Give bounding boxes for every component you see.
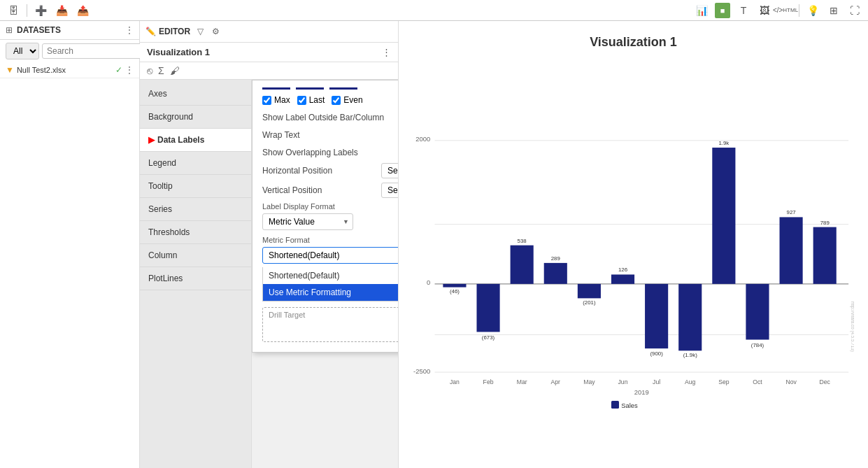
- chart-title: Visualization 1: [413, 35, 854, 50]
- panel-content-area: × Max L: [252, 80, 398, 468]
- svg-text:0: 0: [427, 278, 430, 286]
- editor-tab[interactable]: ✏️ EDITOR: [145, 27, 190, 36]
- datasets-more-icon[interactable]: ⋮: [125, 25, 134, 35]
- svg-text:May: May: [583, 378, 595, 385]
- svg-rect-17: [578, 284, 601, 299]
- metric-format-section-label: Metric Format: [262, 236, 398, 244]
- svg-text:Jan: Jan: [450, 378, 460, 385]
- drill-target-label: Drill Target: [269, 311, 305, 319]
- last-checkbox[interactable]: [297, 96, 306, 105]
- main-layout: ⊞ DATASETS ⋮ All 🔍 ▼ Null Test2.xlsx ✓ ⋮…: [0, 21, 868, 468]
- datasets-header: ⊞ DATASETS ⋮: [0, 21, 139, 40]
- svg-text:Feb: Feb: [483, 378, 494, 385]
- formula-icon[interactable]: ⎋: [147, 65, 152, 76]
- nav-item-legend[interactable]: Legend: [140, 152, 251, 175]
- color-lines: [262, 87, 398, 90]
- chart-area: Visualization 1 2000 0 -2500 (46) (673) …: [399, 21, 868, 468]
- nav-item-thresholds[interactable]: Thresholds: [140, 221, 251, 244]
- nav-item-series[interactable]: Series: [140, 198, 251, 221]
- checkboxes-row: Max Last Even: [262, 95, 398, 105]
- viz-sub-tools: ⎋ Σ 🖌: [140, 62, 398, 80]
- vertical-position-select[interactable]: Select: [381, 183, 398, 198]
- sigma-icon[interactable]: Σ: [158, 65, 164, 76]
- nav-item-tooltip[interactable]: Tooltip: [140, 175, 251, 198]
- drill-target: Drill Target: [262, 307, 398, 342]
- label-display-format-row: Metric Value: [262, 213, 398, 230]
- expand-icon[interactable]: ▼: [6, 65, 14, 75]
- even-checkbox-label[interactable]: Even: [332, 95, 362, 105]
- show-overlapping-label: Show Overlapping Labels: [262, 148, 358, 157]
- max-checkbox-label[interactable]: Max: [262, 95, 290, 105]
- metric-format-select[interactable]: Shortened(Default): [262, 247, 398, 264]
- database-icon[interactable]: 🗄: [6, 3, 21, 18]
- nav-item-plotlines[interactable]: PlotLines: [140, 267, 251, 290]
- color-line-1: [262, 87, 290, 90]
- svg-rect-29: [780, 217, 803, 283]
- svg-text:(900): (900): [650, 350, 663, 357]
- table-icon[interactable]: ■: [715, 3, 730, 18]
- text-icon[interactable]: T: [736, 3, 751, 18]
- svg-text:(1.9k): (1.9k): [683, 352, 698, 358]
- expand-icon[interactable]: ⛶: [847, 3, 862, 18]
- svg-rect-9: [443, 284, 466, 288]
- label-display-select[interactable]: Metric Value: [262, 213, 353, 230]
- svg-rect-31: [813, 227, 837, 284]
- chart-svg: 2000 0 -2500 (46) (673) 538 289: [413, 61, 854, 454]
- editor-header: ✏️ EDITOR ▽ ⚙: [140, 21, 398, 43]
- chart-icon[interactable]: 📊: [694, 3, 709, 18]
- svg-text:-2500: -2500: [413, 367, 430, 375]
- add-icon[interactable]: ➕: [33, 3, 48, 18]
- filter-icon[interactable]: ▽: [194, 25, 206, 38]
- wrap-text-label: Wrap Text: [262, 130, 300, 140]
- svg-text:2019: 2019: [634, 388, 649, 396]
- dropdown-item-shortened[interactable]: Shortened(Default): [263, 267, 398, 284]
- image-icon[interactable]: 🖼: [757, 3, 772, 18]
- html-icon[interactable]: </>HTML: [778, 3, 793, 18]
- svg-rect-23: [678, 284, 702, 350]
- svg-text:Sales: Sales: [621, 402, 638, 409]
- brush-icon[interactable]: 🖌: [170, 65, 180, 76]
- horizontal-position-select-wrapper: Select: [381, 163, 398, 178]
- last-checkbox-label[interactable]: Last: [297, 95, 325, 105]
- nav-item-background[interactable]: Background: [140, 106, 251, 129]
- dropdown-item-metric[interactable]: Use Metric Formatting: [263, 284, 398, 301]
- nav-item-column[interactable]: Column: [140, 244, 251, 267]
- vertical-position-select-wrapper: Select: [381, 183, 398, 198]
- svg-text:538: 538: [518, 238, 527, 244]
- svg-rect-25: [712, 148, 735, 284]
- svg-rect-46: [611, 401, 619, 409]
- viz-name-row: Visualization 1 ⋮: [140, 43, 398, 62]
- svg-text:Sep: Sep: [718, 378, 730, 385]
- horizontal-position-select[interactable]: Select: [381, 163, 398, 178]
- arrow-indicator: ▶: [148, 135, 155, 145]
- export-icon[interactable]: 📤: [75, 3, 90, 18]
- floating-panel: × Max L: [252, 80, 398, 353]
- settings-icon[interactable]: ⚙: [209, 25, 222, 38]
- viz-more-icon[interactable]: ⋮: [382, 47, 391, 57]
- dataset-more-icon[interactable]: ⋮: [125, 65, 134, 75]
- color-line-2: [296, 87, 324, 90]
- svg-text:Dec: Dec: [819, 378, 830, 385]
- metric-format-dropdown-list: Shortened(Default) Use Metric Formatting: [262, 267, 398, 302]
- even-checkbox[interactable]: [332, 96, 341, 105]
- svg-text:(673): (673): [482, 334, 495, 341]
- datasets-title: DATASETS: [17, 25, 61, 35]
- show-label-outside-label: Show Label Outside Bar/Column: [262, 113, 384, 122]
- max-checkbox[interactable]: [262, 96, 271, 105]
- vertical-position-row: Vertical Position Select: [262, 183, 398, 198]
- import-icon[interactable]: 📥: [54, 3, 69, 18]
- dashboard-icon[interactable]: ⊞: [826, 3, 841, 18]
- svg-text:126: 126: [618, 267, 628, 273]
- bulb-icon[interactable]: 💡: [805, 3, 820, 18]
- nav-item-axes[interactable]: Axes: [140, 83, 251, 106]
- show-overlapping-row: Show Overlapping Labels: [262, 146, 398, 159]
- svg-rect-15: [544, 263, 567, 284]
- nav-item-data-labels[interactable]: ▶ Data Labels: [140, 129, 251, 152]
- svg-text:Nov: Nov: [785, 378, 797, 385]
- top-toolbar: 🗄 ➕ 📥 📤 📊 ■ T 🖼 </>HTML 💡 ⊞ ⛶: [0, 0, 868, 21]
- all-filter-select[interactable]: All: [6, 43, 39, 59]
- svg-rect-21: [645, 284, 668, 348]
- horizontal-position-label: Horizontal Position: [262, 166, 332, 176]
- svg-text:927: 927: [787, 209, 796, 215]
- datasets-icon: ⊞: [6, 25, 13, 35]
